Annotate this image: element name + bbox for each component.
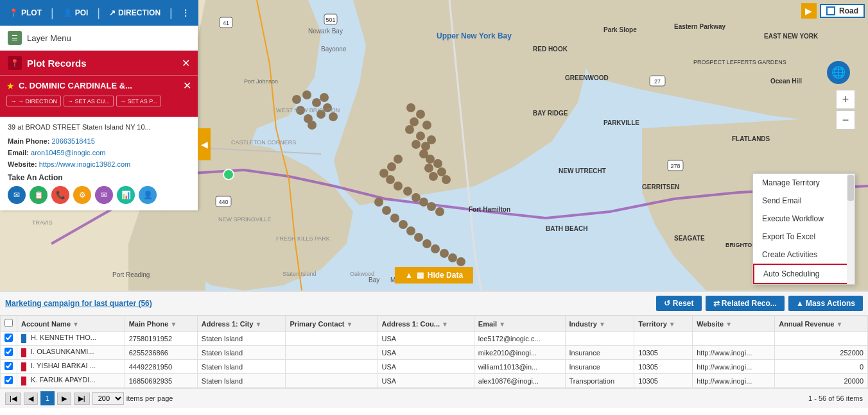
table-body: H. KENNETH THO... 27580191952 Staten Isl… xyxy=(1,332,868,388)
action-btn-7[interactable]: 👤 xyxy=(139,186,157,204)
svg-point-9 xyxy=(329,112,338,121)
col-annual-revenue-label: Annual Revenue xyxy=(779,320,834,328)
row-email: alex10876@inogi... xyxy=(474,374,565,388)
row-checkbox-cell[interactable] xyxy=(1,346,17,360)
col-city[interactable]: Address 1: City▼ xyxy=(197,316,286,332)
next-page-button[interactable]: ▶ xyxy=(57,393,71,405)
svg-point-2 xyxy=(302,90,311,99)
dropdown-execute-workflow[interactable]: Execute Workflow xyxy=(753,210,855,228)
set-as-p-button[interactable]: → SET AS P... xyxy=(116,96,161,106)
hide-data-button[interactable]: ▲ ▦ Hide Data xyxy=(395,267,473,284)
row-checkbox[interactable] xyxy=(4,334,13,342)
plot-records-close-button[interactable]: ✕ xyxy=(182,57,190,69)
row-checkbox-cell[interactable] xyxy=(1,332,17,346)
svg-point-39 xyxy=(390,214,399,223)
select-all-checkbox[interactable] xyxy=(4,319,13,327)
layer-menu-bar[interactable]: ☰ Layer Menu xyxy=(0,26,198,51)
svg-point-36 xyxy=(435,207,444,216)
main-phone-value[interactable]: 20663518415 xyxy=(51,137,94,145)
row-territory: 10305 xyxy=(634,346,693,360)
map-collapse-button[interactable]: ◀ xyxy=(198,128,211,160)
direction-button[interactable]: ↗ DIRECTION xyxy=(103,6,167,20)
svg-point-10 xyxy=(308,121,317,130)
action-btn-3[interactable]: 📞 xyxy=(51,186,69,204)
svg-text:Fort Hamilton: Fort Hamilton xyxy=(469,206,510,213)
row-checkbox-cell[interactable] xyxy=(1,360,17,374)
sort-icon-primary-contact: ▼ xyxy=(346,321,352,328)
action-btn-2[interactable]: 📋 xyxy=(30,186,48,204)
zoom-out-button[interactable]: − xyxy=(836,110,855,130)
dropdown-create-activities[interactable]: Create Activities xyxy=(753,246,855,264)
layer-menu-label: Layer Menu xyxy=(27,33,71,43)
more-button[interactable]: ⋮ xyxy=(175,6,196,20)
svg-text:GREENWOOD: GREENWOOD xyxy=(565,74,609,81)
table-container[interactable]: Account Name▼ Main Phone▼ Address 1: Cit… xyxy=(0,316,868,388)
svg-point-12 xyxy=(416,110,425,119)
svg-point-28 xyxy=(387,162,396,171)
dropdown-send-email[interactable]: Send Email xyxy=(753,192,855,210)
svg-point-25 xyxy=(437,167,446,176)
action-btn-4[interactable]: ⚙ xyxy=(73,186,91,204)
set-as-cu-button[interactable]: → SET AS CU... xyxy=(64,96,114,106)
svg-point-47 xyxy=(456,257,465,266)
related-records-button[interactable]: ⇄ Related Reco... xyxy=(706,296,785,311)
dropdown-manage-territory[interactable]: Manage Territory xyxy=(753,174,855,192)
card-close-button[interactable]: ✕ xyxy=(183,80,191,92)
col-primary-contact[interactable]: Primary Contact▼ xyxy=(286,316,378,332)
globe-button[interactable]: 🌐 xyxy=(827,61,850,84)
mass-actions-button[interactable]: ▲ Mass Actions xyxy=(788,296,863,311)
col-territory[interactable]: Territory▼ xyxy=(634,316,693,332)
col-country[interactable]: Address 1: Cou...▼ xyxy=(378,316,474,332)
pagination: |◀ ◀ 1 ▶ ▶| 200 100 50 items per page 1 … xyxy=(0,388,868,408)
action-btn-5[interactable]: ✉ xyxy=(95,186,113,204)
first-page-button[interactable]: |◀ xyxy=(5,393,21,405)
current-page[interactable]: 1 xyxy=(40,391,55,405)
plot-icon: 📍 xyxy=(9,8,19,17)
row-territory: 10305 xyxy=(634,374,693,388)
col-annual-revenue[interactable]: Annual Revenue▼ xyxy=(775,316,868,332)
reset-button[interactable]: ↺ Reset xyxy=(656,296,701,311)
action-btn-6[interactable]: 📊 xyxy=(117,186,135,204)
col-email[interactable]: Email▼ xyxy=(474,316,565,332)
sort-icon-industry: ▼ xyxy=(599,321,605,328)
poi-button[interactable]: 👤 POI xyxy=(56,6,95,20)
sort-icon-main-phone: ▼ xyxy=(170,321,177,328)
table-row: H. KENNETH THO... 27580191952 Staten Isl… xyxy=(1,332,868,346)
col-website[interactable]: Website▼ xyxy=(693,316,775,332)
dropdown-scrollbar[interactable] xyxy=(847,174,855,284)
row-city: Staten Island xyxy=(197,374,286,388)
row-checkbox-cell[interactable] xyxy=(1,374,17,388)
plot-button[interactable]: 📍 PLOT xyxy=(3,6,48,20)
svg-text:WEST NEW BRIGHTON: WEST NEW BRIGHTON xyxy=(276,107,340,114)
zoom-in-button[interactable]: + xyxy=(836,90,855,109)
action-btn-1[interactable]: ✉ xyxy=(8,186,26,204)
dropdown-auto-scheduling[interactable]: Auto Scheduling xyxy=(753,264,855,284)
col-industry[interactable]: Industry▼ xyxy=(565,316,634,332)
row-main-phone: 44492281950 xyxy=(125,360,197,374)
row-country: USA xyxy=(378,332,474,346)
prev-page-button[interactable]: ◀ xyxy=(24,393,38,405)
checkbox-header[interactable] xyxy=(1,316,17,332)
direction-action-button[interactable]: → → DIRECTION xyxy=(6,96,61,106)
website-value[interactable]: https://www.inogic13982.com xyxy=(39,160,130,168)
dropdown-export-excel[interactable]: Export To Excel xyxy=(753,228,855,246)
row-account-name: I. OLASUNKANMI... xyxy=(17,346,125,360)
row-checkbox[interactable] xyxy=(4,348,13,356)
svg-point-19 xyxy=(427,135,436,144)
col-main-phone[interactable]: Main Phone▼ xyxy=(125,316,197,332)
last-page-button[interactable]: ▶| xyxy=(74,393,90,405)
svg-text:Port Johnson: Port Johnson xyxy=(244,78,278,85)
row-checkbox[interactable] xyxy=(4,376,13,384)
row-email: william11013@in... xyxy=(474,360,565,374)
row-checkbox[interactable] xyxy=(4,362,13,370)
map-expand-button[interactable]: ▶ xyxy=(801,3,817,19)
svg-text:TRAVIS: TRAVIS xyxy=(32,219,53,226)
road-view-button[interactable]: Road xyxy=(820,4,865,19)
col-account-name[interactable]: Account Name▼ xyxy=(17,316,125,332)
page-size-select[interactable]: 200 100 50 xyxy=(92,392,124,405)
email-value[interactable]: aron10459@inogic.com xyxy=(31,149,105,157)
svg-text:41: 41 xyxy=(223,20,229,26)
star-icon: ★ xyxy=(6,81,15,91)
row-annual-revenue: 20000 xyxy=(775,374,868,388)
campaign-label[interactable]: Marketing campaign for last quarter (56) xyxy=(5,299,152,308)
